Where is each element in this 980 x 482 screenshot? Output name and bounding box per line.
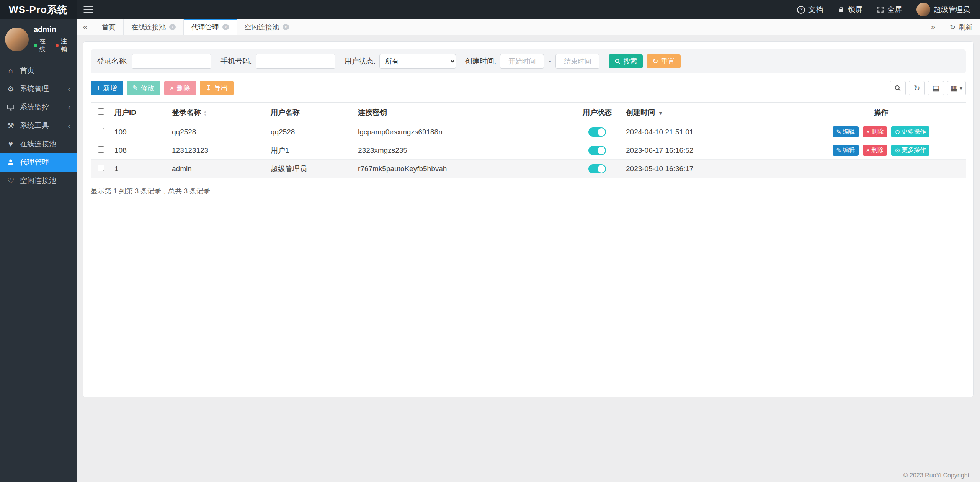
chevron-left-icon: ‹ <box>68 85 70 93</box>
row-checkbox[interactable] <box>98 146 104 153</box>
row-edit-button[interactable]: ✎编辑 <box>833 145 858 156</box>
refresh-tab-button[interactable]: ↻ 刷新 <box>942 19 980 35</box>
cell-connection-key: lgcpamp0esxmgzs69188n <box>354 123 572 141</box>
sidebar-item-system-monitor[interactable]: 系统监控 ‹ <box>0 98 77 116</box>
table-search-button[interactable] <box>890 81 906 95</box>
toggle-view-button[interactable]: ▤ <box>928 81 944 95</box>
users-table: 用户ID 登录名称▴▾ 用户名称 连接密钥 用户状态 创建时间▼ 操作 <box>91 102 966 178</box>
sidebar-item-home[interactable]: ⌂ 首页 <box>0 61 77 80</box>
cell-created-time: 2024-04-10 21:51:01 <box>622 123 796 141</box>
heart-icon: ♥ <box>6 140 15 149</box>
column-header-login-name[interactable]: 登录名称▴▾ <box>168 103 267 123</box>
row-checkbox[interactable] <box>98 128 104 134</box>
tab-home[interactable]: 首页 <box>94 19 124 35</box>
sidebar-item-agent-management[interactable]: 代理管理 <box>0 153 77 172</box>
status-toggle[interactable] <box>588 127 606 137</box>
search-button[interactable]: 搜索 <box>609 54 643 68</box>
lock-screen-link[interactable]: 锁屏 <box>838 5 862 15</box>
row-checkbox[interactable] <box>98 165 104 171</box>
login-name-input[interactable] <box>132 54 211 69</box>
sidebar-item-system-tools[interactable]: ⚒ 系统工具 ‹ <box>0 116 77 135</box>
delete-button[interactable]: × 删除 <box>164 81 196 95</box>
column-header-user-status: 用户状态 <box>572 103 622 123</box>
header-user-menu[interactable]: 超级管理员 <box>916 3 970 16</box>
status-toggle[interactable] <box>588 164 606 173</box>
reset-icon: ↻ <box>652 57 658 65</box>
cell-login-name: qq2528 <box>168 123 267 141</box>
sidebar-item-online-pool[interactable]: ♥ 在线连接池 <box>0 135 77 153</box>
close-icon[interactable]: × <box>222 24 229 30</box>
fullscreen-link[interactable]: 全屏 <box>877 5 902 15</box>
sidebar: admin 在线 注销 ⌂ 首页 ⚙ 系统管理 ‹ 系统监控 ‹ ⚒ <box>0 19 77 482</box>
tab-online-pool[interactable]: 在线连接池 × <box>124 19 184 35</box>
table-row: 108 123123123 用户1 2323xmgzs235 2023-06-1… <box>91 141 966 160</box>
table-view-controls: ↻ ▤ ▦ ▾ <box>890 81 966 95</box>
column-header-actions: 操作 <box>796 103 966 123</box>
tab-agent-management[interactable]: 代理管理 × <box>184 19 237 35</box>
column-header-user-id: 用户ID <box>111 103 168 123</box>
cell-user-id: 108 <box>111 141 168 160</box>
user-name-label: 超级管理员 <box>934 5 970 15</box>
sidebar-item-idle-pool[interactable]: ♡ 空闲连接池 <box>0 172 77 190</box>
user-status-select[interactable]: 所有 <box>379 54 456 69</box>
cell-user-name: 用户1 <box>267 141 354 160</box>
cell-user-name: 超级管理员 <box>267 160 354 178</box>
start-time-input[interactable] <box>500 54 544 69</box>
column-header-created-time[interactable]: 创建时间▼ <box>622 103 796 123</box>
sort-desc-icon[interactable]: ▼ <box>658 110 663 116</box>
status-toggle[interactable] <box>588 146 606 155</box>
home-icon: ⌂ <box>6 66 15 75</box>
profile-name: admin <box>34 25 72 34</box>
pencil-icon: ✎ <box>836 128 841 136</box>
cell-user-id: 1 <box>111 160 168 178</box>
search-icon <box>894 85 901 91</box>
add-button[interactable]: + 新增 <box>91 81 123 95</box>
row-delete-button[interactable]: ×删除 <box>863 145 887 156</box>
close-icon[interactable]: × <box>169 24 176 30</box>
card-view-icon: ▤ <box>933 83 940 93</box>
fullscreen-icon <box>877 6 884 13</box>
sort-icons[interactable]: ▴▾ <box>204 110 206 116</box>
reset-button[interactable]: ↻ 重置 <box>647 54 680 68</box>
edit-button[interactable]: ✎ 修改 <box>127 81 160 95</box>
tab-idle-pool[interactable]: 空闲连接池 × <box>237 19 297 35</box>
search-form: 登录名称: 手机号码: 用户状态: 所有 创建时间: - <box>91 49 966 73</box>
sidebar-menu: ⌂ 首页 ⚙ 系统管理 ‹ 系统监控 ‹ ⚒ 系统工具 ‹ ♥ 在线连接池 <box>0 61 77 190</box>
tabs-scroll-right-button[interactable]: » <box>924 19 942 35</box>
fullscreen-label: 全屏 <box>887 5 902 15</box>
pencil-icon: ✎ <box>132 84 138 92</box>
pencil-icon: ✎ <box>836 147 841 154</box>
navbar-actions: ? 文档 锁屏 全屏 超级管理员 <box>797 3 980 16</box>
cell-login-name: admin <box>168 160 267 178</box>
tabs-scroll-left-button[interactable]: « <box>77 19 94 35</box>
docs-label: 文档 <box>808 5 823 15</box>
cell-user-name: qq2528 <box>267 123 354 141</box>
range-separator: - <box>549 57 551 65</box>
logout-link[interactable]: 注销 <box>61 38 72 54</box>
table-refresh-button[interactable]: ↻ <box>909 81 925 95</box>
close-icon[interactable]: × <box>283 24 289 30</box>
columns-dropdown-button[interactable]: ▦ ▾ <box>947 81 966 95</box>
sidebar-item-system-management[interactable]: ⚙ 系统管理 ‹ <box>0 80 77 98</box>
phone-input[interactable] <box>256 54 335 69</box>
row-more-button[interactable]: ⊙更多操作 <box>891 145 929 156</box>
phone-label: 手机号码: <box>220 56 252 66</box>
pagination-summary: 显示第 1 到第 3 条记录，总共 3 条记录 <box>91 186 966 196</box>
select-all-checkbox[interactable] <box>98 108 104 115</box>
copyright: © 2023 RuoYi Copyright <box>903 472 969 479</box>
export-button[interactable]: ↧ 导出 <box>200 81 234 95</box>
sidebar-toggle-button[interactable] <box>77 0 100 19</box>
top-navbar: WS-Pro系统 ? 文档 锁屏 全屏 超级管理员 <box>0 0 980 19</box>
lock-label: 锁屏 <box>848 5 862 15</box>
cell-connection-key: 2323xmgzs235 <box>354 141 572 160</box>
end-time-input[interactable] <box>555 54 599 69</box>
cell-login-name: 123123123 <box>168 141 267 160</box>
row-delete-button[interactable]: ×删除 <box>863 126 887 137</box>
user-avatar <box>916 3 930 16</box>
download-icon: ↧ <box>206 84 211 92</box>
row-edit-button[interactable]: ✎编辑 <box>833 126 858 137</box>
docs-link[interactable]: ? 文档 <box>797 5 823 15</box>
row-more-button[interactable]: ⊙更多操作 <box>891 126 929 137</box>
columns-grid-icon: ▦ <box>951 83 958 93</box>
profile-avatar[interactable] <box>5 28 29 51</box>
